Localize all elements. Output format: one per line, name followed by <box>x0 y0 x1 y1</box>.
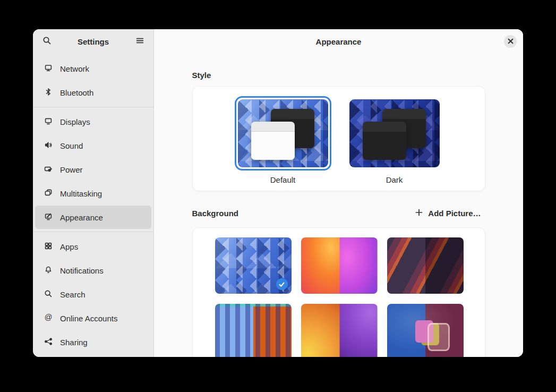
style-default-preview <box>238 99 328 167</box>
background-card <box>192 227 485 357</box>
wallpaper-tile-gold-purple-folds[interactable] <box>301 304 378 357</box>
sidebar-item-apps[interactable]: Apps <box>35 235 151 258</box>
displays-icon <box>44 117 53 127</box>
main-menu-button[interactable] <box>132 33 148 49</box>
settings-window: Settings Network <box>33 29 523 357</box>
svg-text:@: @ <box>45 313 53 321</box>
sidebar-item-label: Sharing <box>60 338 88 347</box>
page-title: Appearance <box>316 37 362 46</box>
preview-window-front <box>363 122 406 160</box>
search-button[interactable] <box>39 33 55 49</box>
notifications-icon <box>44 266 53 276</box>
style-option-label: Default <box>270 175 296 184</box>
sound-icon <box>44 141 53 151</box>
style-dark-preview <box>349 99 440 167</box>
power-icon <box>44 165 53 175</box>
selected-check-badge <box>276 278 288 290</box>
apps-icon <box>44 242 53 252</box>
hamburger-menu-icon <box>135 36 144 47</box>
search-icon <box>44 289 53 300</box>
sidebar-item-label: Bluetooth <box>60 88 93 97</box>
content-scroll-area[interactable]: Style <box>154 54 523 357</box>
background-section-label: Background <box>192 209 239 218</box>
wallpaper-tile-glass-cubes-blue-maroon[interactable] <box>387 304 464 357</box>
sidebar-item-label: Displays <box>60 117 90 126</box>
sidebar-header: Settings <box>33 29 153 54</box>
sidebar-separator <box>33 232 153 232</box>
sidebar-item-network[interactable]: Network <box>35 57 151 80</box>
plus-icon <box>415 208 423 218</box>
bluetooth-icon <box>44 88 53 98</box>
style-default-selected-ring <box>235 96 331 171</box>
sidebar-item-label: Sound <box>60 141 83 150</box>
sidebar-item-label: Power <box>60 165 83 174</box>
sidebar-title: Settings <box>55 37 132 46</box>
sidebar-item-appearance[interactable]: Appearance <box>35 206 151 229</box>
sidebar-item-sound[interactable]: Sound <box>35 134 151 157</box>
appearance-icon <box>44 212 53 223</box>
sidebar-item-online-accounts[interactable]: @ Online Accounts <box>35 306 151 330</box>
style-section-label: Style <box>192 71 485 80</box>
add-picture-button[interactable]: Add Picture… <box>410 206 485 220</box>
main-panel: Appearance Style <box>154 29 523 357</box>
search-icon <box>42 36 52 47</box>
sidebar-item-notifications[interactable]: Notifications <box>35 259 151 282</box>
sidebar-item-sharing[interactable]: Sharing <box>35 330 151 354</box>
style-option-label: Dark <box>386 175 403 184</box>
sidebar-item-multitasking[interactable]: Multitasking <box>35 182 151 205</box>
sidebar-item-label: Notifications <box>60 266 104 275</box>
sidebar-item-label: Apps <box>60 242 78 251</box>
sidebar-nav: Network Bluetooth Displays <box>33 54 153 354</box>
close-icon <box>508 38 514 46</box>
main-header: Appearance <box>154 29 523 54</box>
add-picture-label: Add Picture… <box>428 209 481 218</box>
sidebar-item-label: Network <box>60 64 89 73</box>
sidebar-item-displays[interactable]: Displays <box>35 110 151 133</box>
style-option-dark[interactable]: Dark <box>346 96 443 184</box>
sidebar-item-label: Search <box>60 290 85 299</box>
sidebar-item-label: Appearance <box>60 213 103 222</box>
sidebar-separator <box>33 107 153 107</box>
style-option-default[interactable]: Default <box>235 96 331 184</box>
sidebar-item-bluetooth[interactable]: Bluetooth <box>35 81 151 104</box>
wallpaper-tile-dark-red-waves[interactable] <box>387 237 464 294</box>
wallpaper-tile-blue-triangles[interactable] <box>215 237 292 294</box>
wallpaper-tile-orange-magenta-gradient[interactable] <box>301 237 378 294</box>
network-icon <box>44 64 53 74</box>
online-accounts-icon: @ <box>44 313 53 323</box>
sidebar-item-label: Online Accounts <box>60 314 117 323</box>
multitasking-icon <box>44 189 53 199</box>
wallpaper-tile-blue-orange-drips[interactable] <box>215 304 292 357</box>
sidebar-item-search[interactable]: Search <box>35 283 151 306</box>
style-dark-ring <box>346 96 443 171</box>
sharing-icon <box>44 337 53 347</box>
sidebar-item-power[interactable]: Power <box>35 158 151 181</box>
sidebar: Settings Network <box>33 29 154 357</box>
preview-window-front <box>251 122 295 160</box>
style-card: Default <box>192 86 485 191</box>
close-button[interactable] <box>504 35 517 48</box>
sidebar-item-label: Multitasking <box>60 189 102 198</box>
